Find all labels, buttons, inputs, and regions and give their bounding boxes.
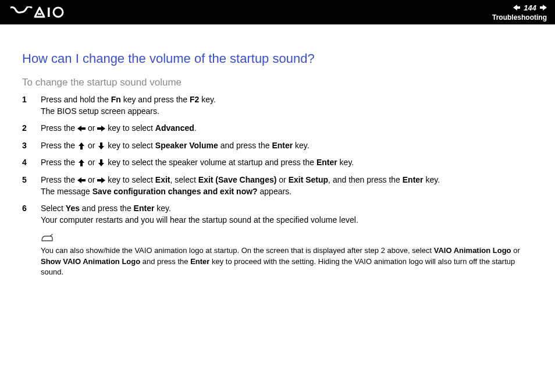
svg-marker-3 bbox=[540, 5, 547, 10]
svg-marker-2 bbox=[513, 5, 520, 10]
header-right: 144 Troubleshooting bbox=[492, 3, 547, 22]
svg-marker-7 bbox=[98, 142, 104, 149]
step-body: Press and hold the Fn key and press the … bbox=[41, 94, 535, 117]
svg-marker-4 bbox=[77, 126, 86, 131]
step-body: Select Yes and press the Enter key.Your … bbox=[41, 203, 535, 226]
step-body: Press the or key to select Exit, select … bbox=[41, 174, 535, 197]
step-body: Press the or key to select the speaker v… bbox=[41, 157, 535, 169]
step-body: Press the or key to select Advanced. bbox=[41, 123, 535, 134]
arrow-left-icon bbox=[77, 125, 86, 132]
svg-marker-5 bbox=[97, 126, 105, 131]
step-number: 1 bbox=[22, 94, 29, 106]
step-item: 5Press the or key to select Exit, select… bbox=[22, 174, 535, 197]
step-item: 2Press the or key to select Advanced. bbox=[22, 123, 535, 134]
page-header: 144 Troubleshooting bbox=[0, 0, 555, 24]
step-number: 6 bbox=[22, 203, 29, 215]
svg-marker-6 bbox=[79, 142, 84, 149]
svg-marker-9 bbox=[98, 159, 104, 166]
page-subtitle: To change the startup sound volume bbox=[22, 77, 535, 88]
arrow-down-icon bbox=[97, 159, 105, 166]
next-page-arrow-icon[interactable] bbox=[540, 5, 547, 10]
arrow-right-icon bbox=[97, 177, 105, 184]
step-number: 5 bbox=[22, 174, 29, 186]
svg-marker-10 bbox=[77, 177, 86, 183]
svg-marker-8 bbox=[79, 159, 84, 166]
steps-list: 1Press and hold the Fn key and press the… bbox=[22, 94, 535, 226]
svg-marker-11 bbox=[97, 177, 105, 183]
arrow-right-icon bbox=[97, 125, 105, 132]
step-item: 1Press and hold the Fn key and press the… bbox=[22, 94, 535, 117]
step-number: 3 bbox=[22, 140, 29, 152]
page-number: 144 bbox=[524, 3, 536, 12]
page-content: How can I change the volume of the start… bbox=[0, 24, 555, 289]
step-number: 2 bbox=[22, 123, 29, 134]
step-body: Press the or key to select Speaker Volum… bbox=[41, 140, 535, 152]
step-item: 3Press the or key to select Speaker Volu… bbox=[22, 140, 535, 152]
svg-rect-0 bbox=[48, 8, 50, 17]
arrow-up-icon bbox=[77, 159, 86, 166]
note-icon bbox=[41, 234, 535, 244]
arrow-left-icon bbox=[77, 177, 86, 184]
step-item: 6Select Yes and press the Enter key.Your… bbox=[22, 203, 535, 226]
prev-page-arrow-icon[interactable] bbox=[513, 5, 520, 10]
section-label: Troubleshooting bbox=[492, 13, 547, 22]
step-number: 4 bbox=[22, 157, 29, 169]
page-title: How can I change the volume of the start… bbox=[22, 51, 535, 66]
step-item: 4Press the or key to select the speaker … bbox=[22, 157, 535, 169]
arrow-up-icon bbox=[77, 142, 86, 149]
note-text: You can also show/hide the VAIO animatio… bbox=[41, 245, 535, 277]
vaio-logo bbox=[10, 6, 64, 18]
note-block: You can also show/hide the VAIO animatio… bbox=[22, 234, 535, 277]
svg-point-1 bbox=[54, 8, 63, 17]
arrow-down-icon bbox=[97, 142, 105, 149]
page-navigation: 144 bbox=[513, 3, 547, 12]
